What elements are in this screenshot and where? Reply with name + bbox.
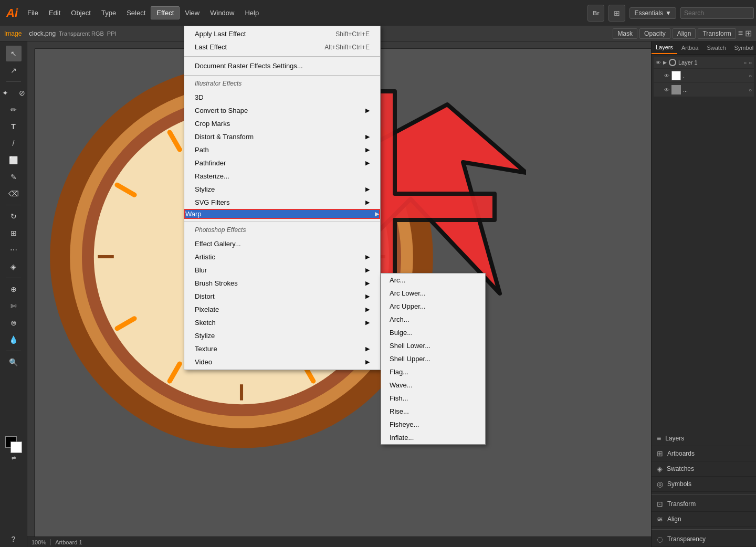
warp-inflate[interactable]: Inflate... xyxy=(381,431,485,444)
tab-artboards[interactable]: Artboa xyxy=(677,42,702,54)
menu-help[interactable]: Help xyxy=(239,7,264,19)
document-raster-item[interactable]: Document Raster Effects Settings... xyxy=(184,59,380,72)
eraser-tool[interactable]: ⌫ xyxy=(6,186,22,202)
effect-stylize-ps[interactable]: Stylize xyxy=(184,329,380,342)
blend-tool[interactable]: ⋯ xyxy=(6,242,22,258)
apply-last-effect-item[interactable]: Apply Last Effect Shift+Ctrl+E xyxy=(184,27,380,40)
arrange-icon[interactable]: ≡ xyxy=(738,28,743,39)
ai-logo[interactable]: Ai xyxy=(2,6,22,20)
chart-tool[interactable]: ⊕ xyxy=(6,281,22,297)
menu-edit[interactable]: Edit xyxy=(44,7,66,19)
sublayer-lock-1[interactable]: ○ xyxy=(749,73,752,79)
swap-colors-icon[interactable]: ⇄ xyxy=(12,455,16,461)
side-layers[interactable]: ≡ Layers xyxy=(652,431,756,446)
lasso-tool[interactable]: ⊘ xyxy=(14,85,30,101)
pencil-tool[interactable]: ✎ xyxy=(6,169,22,185)
effect-artistic[interactable]: Artistic▶ xyxy=(184,250,380,264)
warp-shell-lower[interactable]: Shell Lower... xyxy=(381,339,485,352)
eyedropper-tool[interactable]: 💧 xyxy=(6,332,22,348)
workspace-button[interactable]: ⊞ xyxy=(608,5,625,22)
warp-fish[interactable]: Fish... xyxy=(381,392,485,405)
zoom-tool[interactable]: 🔍 xyxy=(6,354,22,370)
sublayer-visibility-icon-1[interactable]: 👁 xyxy=(664,73,669,79)
sublayer-lock-2[interactable]: ○ xyxy=(749,87,752,93)
warp-shell-upper[interactable]: Shell Upper... xyxy=(381,352,485,365)
tab-swatch[interactable]: Swatch xyxy=(702,42,730,54)
effect-pathfinder[interactable]: Pathfinder▶ xyxy=(184,156,380,170)
side-align[interactable]: ≋ Align xyxy=(652,512,756,527)
effect-3d[interactable]: 3D xyxy=(184,91,380,104)
scale-tool[interactable]: ⊞ xyxy=(6,225,22,241)
type-tool[interactable]: T xyxy=(6,119,22,134)
transform-button[interactable]: Transform xyxy=(698,28,736,39)
sublayer-visibility-icon-2[interactable]: 👁 xyxy=(664,87,669,93)
sublayer-row-1[interactable]: 👁 . ○ xyxy=(654,69,754,82)
rotate-tool[interactable]: ↻ xyxy=(6,208,22,224)
warp-wave[interactable]: Wave... xyxy=(381,378,485,392)
bridge-button[interactable]: Br xyxy=(587,5,604,22)
menu-view[interactable]: View xyxy=(180,7,205,19)
align-button[interactable]: Align xyxy=(673,28,696,39)
layer-visibility-icon[interactable]: 👁 xyxy=(656,60,661,66)
opacity-button[interactable]: Opacity xyxy=(639,28,670,39)
image-label[interactable]: Image xyxy=(4,30,22,37)
side-symbols[interactable]: ◎ Symbols xyxy=(652,477,756,492)
search-input[interactable] xyxy=(680,7,754,19)
effect-pixelate[interactable]: Pixelate▶ xyxy=(184,303,380,316)
menu-effect[interactable]: Effect xyxy=(151,6,180,19)
effect-crop-marks[interactable]: Crop Marks xyxy=(184,117,380,130)
direct-selection-tool[interactable]: ↗ xyxy=(6,62,22,78)
effect-stylize-illustrator[interactable]: Stylize▶ xyxy=(184,183,380,196)
effect-brush-strokes[interactable]: Brush Strokes▶ xyxy=(184,277,380,290)
effect-distort-transform[interactable]: Distort & Transform▶ xyxy=(184,130,380,143)
effect-warp[interactable]: Warp ▶ xyxy=(184,209,380,219)
menu-type[interactable]: Type xyxy=(96,7,121,19)
layer-lock-icon[interactable]: ○ xyxy=(743,60,747,66)
side-artboards[interactable]: ⊞ Artboards xyxy=(652,446,756,461)
side-swatches[interactable]: ◈ Swatches xyxy=(652,461,756,477)
effect-texture[interactable]: Texture▶ xyxy=(184,342,380,355)
help-tool[interactable]: ? xyxy=(6,531,22,547)
tab-symbol[interactable]: Symbol xyxy=(730,42,756,54)
background-color[interactable] xyxy=(10,441,22,453)
effect-distort[interactable]: Distort▶ xyxy=(184,290,380,303)
effect-gallery[interactable]: Effect Gallery... xyxy=(184,237,380,250)
layer-row[interactable]: 👁 ▶ Layer 1 ○ ○ xyxy=(654,57,754,68)
selection-tool[interactable]: ↖ xyxy=(6,46,22,61)
side-transparency[interactable]: ◌ Transparency xyxy=(652,532,756,547)
warp-arc-upper[interactable]: Arc Upper... xyxy=(381,300,485,313)
pen-tool[interactable]: ✏ xyxy=(6,102,22,118)
line-tool[interactable]: / xyxy=(6,135,22,151)
warp-arc-lower[interactable]: Arc Lower... xyxy=(381,287,485,300)
slice-tool[interactable]: ✄ xyxy=(6,298,22,314)
layer-target-icon[interactable]: ○ xyxy=(749,60,752,66)
menu-file[interactable]: File xyxy=(22,7,44,19)
effect-path[interactable]: Path▶ xyxy=(184,143,380,156)
warp-rise[interactable]: Rise... xyxy=(381,405,485,418)
menu-object[interactable]: Object xyxy=(66,7,96,19)
layer-expand-icon[interactable]: ▶ xyxy=(663,60,667,65)
effect-rasterize[interactable]: Rasterize... xyxy=(184,170,380,183)
symbol-tool[interactable]: ◈ xyxy=(6,259,22,275)
warp-arc[interactable]: Arc... xyxy=(381,274,485,287)
warp-fisheye[interactable]: Fisheye... xyxy=(381,418,485,431)
effect-svg-filters[interactable]: SVG Filters▶ xyxy=(184,196,380,209)
last-effect-item[interactable]: Last Effect Alt+Shift+Ctrl+E xyxy=(184,40,380,54)
side-transform[interactable]: ⊡ Transform xyxy=(652,497,756,512)
color-swatch-container[interactable] xyxy=(5,436,22,453)
shape-tool[interactable]: ⬜ xyxy=(6,152,22,168)
essentials-button[interactable]: Essentials ▼ xyxy=(629,7,676,19)
warp-arch[interactable]: Arch... xyxy=(381,313,485,326)
mask-button[interactable]: Mask xyxy=(613,28,637,39)
panel-icon[interactable]: ⊞ xyxy=(745,28,752,39)
menu-window[interactable]: Window xyxy=(205,7,239,19)
gradient-tool[interactable]: ⊜ xyxy=(6,315,22,331)
warp-bulge[interactable]: Bulge... xyxy=(381,326,485,339)
effect-convert-to-shape[interactable]: Convert to Shape▶ xyxy=(184,104,380,117)
effect-video[interactable]: Video▶ xyxy=(184,355,380,369)
magic-wand-tool[interactable]: ✦ xyxy=(0,85,13,101)
effect-blur[interactable]: Blur▶ xyxy=(184,264,380,277)
effect-sketch[interactable]: Sketch▶ xyxy=(184,316,380,329)
tab-layers[interactable]: Layers xyxy=(652,41,677,54)
sublayer-row-2[interactable]: 👁 ... ○ xyxy=(654,83,754,97)
